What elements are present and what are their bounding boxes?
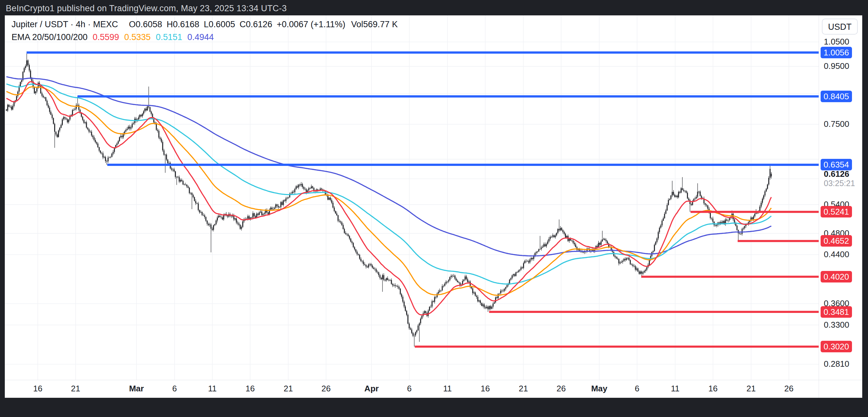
time-tick-label: 26	[557, 384, 566, 394]
price-tick-label: 0.7500	[824, 119, 862, 129]
high-value: 0.6168	[173, 20, 199, 29]
price-chart-canvas[interactable]	[5, 15, 862, 398]
attribution-bar: BeInCrypto1 published on TradingView.com…	[0, 0, 868, 15]
symbol-info-row: Jupiter / USDT · 4h · MEXCO0.6058H0.6168…	[11, 19, 398, 30]
price-level-badge: 0.6354	[820, 159, 852, 170]
low-label: L	[204, 20, 209, 29]
volume-value: Vol569.77 K	[351, 20, 398, 29]
time-tick-label: 11	[671, 384, 680, 394]
ema-legend-row: EMA 20/50/100/2000.55990.53350.51510.494…	[11, 32, 398, 42]
time-tick-label: 16	[33, 384, 42, 394]
time-tick-label: 21	[747, 384, 756, 394]
time-tick-label: 16	[481, 384, 490, 394]
price-level-badge: 0.3020	[820, 341, 852, 352]
price-tick-label: 0.2810	[824, 359, 862, 369]
time-tick-label: 26	[321, 384, 331, 394]
high-label: H	[166, 20, 173, 29]
price-tick-label: 0.9500	[824, 61, 862, 71]
low-value: 0.6005	[209, 20, 235, 29]
price-level-badge: 0.5241	[820, 206, 852, 218]
price-axis-border	[819, 15, 819, 398]
time-tick-label: 11	[208, 384, 217, 394]
time-tick-label: 6	[172, 384, 177, 394]
footer-bar: TradingView	[0, 398, 868, 417]
ema20-value: 0.5599	[93, 32, 119, 42]
bar-countdown: 03:25:21	[824, 179, 855, 188]
currency-toggle-button[interactable]: USDT	[822, 19, 858, 35]
time-tick-label: 21	[519, 384, 528, 394]
attribution-text: BeInCrypto1 published on TradingView.com…	[6, 3, 287, 13]
time-axis-border	[5, 380, 862, 380]
last-price-label: 0.6126	[824, 169, 849, 179]
chart-background	[5, 15, 862, 398]
open-value: 0.6058	[136, 20, 162, 29]
ema50-value: 0.5335	[124, 32, 151, 42]
time-tick-label: 26	[784, 384, 794, 394]
time-tick-label: May	[591, 384, 608, 394]
time-tick-label: 11	[443, 384, 452, 394]
time-tick-label: 21	[71, 384, 81, 394]
price-level-badge: 0.4020	[820, 271, 852, 283]
time-tick-label: Mar	[129, 384, 144, 394]
tradingview-snapshot: BeInCrypto1 published on TradingView.com…	[0, 0, 868, 417]
price-level-badge: 0.8405	[820, 91, 852, 102]
time-tick-label: 21	[284, 384, 293, 394]
time-tick-label: 6	[407, 384, 411, 394]
close-label: C	[240, 20, 246, 29]
price-tick-label: 0.4400	[824, 250, 862, 260]
price-level-badge: 0.3481	[820, 306, 852, 318]
ema-label[interactable]: EMA 20/50/100/200	[11, 32, 88, 42]
time-tick-label: 16	[709, 384, 718, 394]
open-label: O	[129, 20, 136, 29]
ema100-value: 0.5151	[156, 32, 182, 42]
close-value: 0.6126	[246, 20, 272, 29]
change-value: +0.0067 (+1.11%)	[277, 20, 345, 29]
time-tick-label: Apr	[365, 384, 379, 394]
chart-legend: Jupiter / USDT · 4h · MEXCO0.6058H0.6168…	[11, 19, 398, 42]
price-tick-label: 1.0500	[824, 37, 862, 47]
time-tick-label: 6	[635, 384, 639, 394]
symbol-title[interactable]: Jupiter / USDT · 4h · MEXC	[11, 20, 118, 29]
price-level-badge: 0.4652	[820, 235, 852, 247]
price-tick-label: 0.3300	[824, 320, 862, 330]
price-level-badge: 1.0056	[820, 47, 852, 58]
time-tick-label: 16	[246, 384, 255, 394]
ema200-value: 0.4944	[187, 32, 214, 42]
